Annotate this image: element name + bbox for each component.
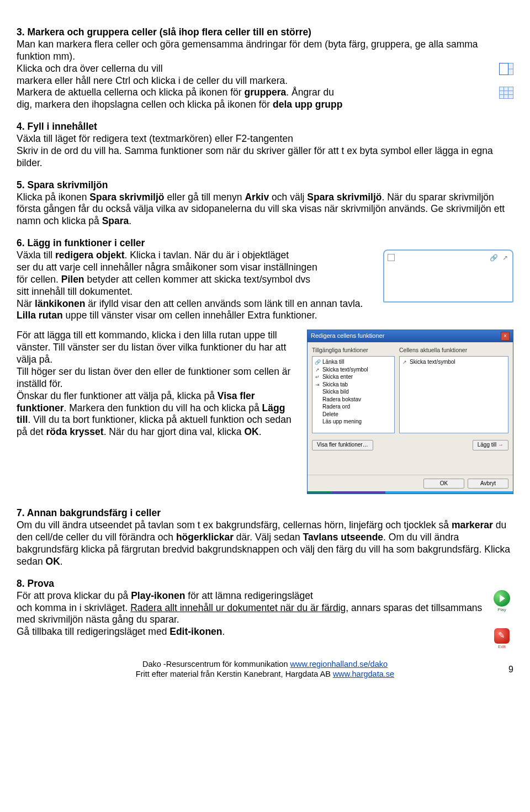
t: Länka till — [322, 358, 344, 366]
split-cells-icon — [499, 87, 513, 102]
sec3-p2c-b: gruppera — [244, 87, 286, 98]
heading-3: 3. Markera och gruppera celler (slå ihop… — [17, 26, 513, 39]
heading-8: 8. Prova — [17, 578, 513, 590]
send-arrow-icon: ↗ — [502, 254, 508, 262]
sec7-p1: Om du vill ändra utseendet på tavlan som… — [17, 519, 513, 568]
heading-6: 6. Lägg in funktioner i celler — [17, 237, 513, 250]
footer-link-1[interactable]: www.regionhalland.se/dako — [290, 660, 388, 668]
close-icon[interactable]: × — [501, 332, 510, 341]
t: röda krysset — [46, 426, 104, 437]
edit-icon-container — [486, 628, 513, 644]
sec3-p3: dig, markera den ihopslagna cellen och k… — [17, 99, 513, 111]
t: Tavlans utseende — [303, 532, 384, 543]
sec6-l6: Lilla rutan uppe till vänster visar om c… — [17, 310, 513, 322]
t: Om du vill ändra utseendet på tavlan som… — [17, 519, 452, 530]
page-footer: Dako -Resurscentrum för kommunikation ww… — [17, 659, 513, 679]
t: . — [129, 215, 131, 226]
list-item[interactable]: Skicka bild — [315, 388, 392, 396]
current-functions-label: Cellens aktuella funktioner — [399, 347, 508, 354]
t: där. Välj sedan — [234, 532, 303, 543]
t: . Klicka i tavlan. När du är i objektläg… — [125, 250, 289, 261]
heading-5: 5. Spara skrivmiljön — [17, 179, 513, 192]
t: Klicka på ikonen — [17, 192, 89, 203]
show-more-functions-button[interactable]: Visa fler funktioner… — [312, 440, 373, 450]
t: för cellen. — [17, 274, 61, 285]
t: . När du har gjort dina val, klicka — [104, 426, 245, 437]
t: Spara — [102, 215, 129, 226]
list-item[interactable]: ↗Skicka text/symbol — [402, 358, 506, 366]
sec3-p2b: markera eller håll nere Ctrl och klicka … — [17, 75, 513, 87]
list-item[interactable]: Radera ord — [315, 403, 392, 411]
sec6-l9: Önskar du fler funktioner att välja på, … — [17, 390, 301, 439]
cell-preview-image: 🔗 ↗ — [383, 250, 513, 302]
sec3-p3-pre: dig, markera den ihopslagna cellen och k… — [17, 99, 273, 110]
list-item[interactable]: Delete — [315, 411, 392, 418]
t: Skicka enter — [322, 373, 353, 381]
heading-4: 4. Fyll i innehållet — [17, 121, 513, 133]
sec8-l2: och komma in i skrivläget. Radera allt i… — [17, 602, 513, 627]
sec5-p1: Klicka på ikonen Spara skrivmiljö eller … — [17, 192, 513, 228]
list-item[interactable]: 🔗Länka till — [315, 358, 392, 366]
footer-link-2[interactable]: www.hargdata.se — [333, 670, 394, 678]
t: . — [259, 426, 262, 437]
list-item[interactable]: Radera bokstav — [315, 396, 392, 404]
t: och komma in i skrivläget. — [17, 602, 130, 613]
t: Lilla rutan — [17, 310, 63, 321]
dialog-titlebar: Redigera cellens funktioner × — [308, 330, 513, 342]
extra-functions-box-icon — [388, 254, 395, 261]
available-functions-list[interactable]: 🔗Länka till ↗Skicka text/symbol ↵Skicka … — [312, 356, 395, 433]
edit-icon — [494, 628, 510, 644]
cancel-button[interactable]: Avbryt — [468, 479, 508, 489]
edit-cell-functions-dialog: Redigera cellens funktioner × Tillgängli… — [307, 330, 513, 494]
section-8: 8. Prova För att prova klickar du på Pla… — [17, 578, 513, 644]
sec3-p1: Man kan markera flera celler och göra ge… — [17, 39, 513, 63]
section-4: 4. Fyll i innehållet Växla till läget fö… — [17, 121, 513, 169]
t: uppe till vänster visar om cellen innehå… — [63, 310, 317, 321]
sec8-l1: För att prova klickar du på Play-ikonen … — [17, 590, 513, 602]
heading-7: 7. Annan bakgrundsfärg i celler — [17, 507, 513, 519]
t: OK — [46, 556, 60, 567]
t: Spara skrivmiljö — [89, 192, 164, 203]
sec3-p3-b: dela upp grupp — [273, 99, 342, 110]
t: eller gå till menyn — [165, 192, 245, 203]
t: Spara skrivmiljö — [307, 192, 381, 203]
t: Pilen — [61, 274, 84, 285]
t: Arkiv — [245, 192, 269, 203]
list-item[interactable]: ⇥Skicka tab — [315, 381, 392, 389]
t: Skicka text/symbol — [322, 366, 368, 374]
sec3-p2c-post: . Ångrar du — [286, 87, 334, 98]
dialog-decorative-stripe — [308, 491, 513, 493]
t: och välj — [269, 192, 307, 203]
t: länkikonen — [35, 298, 85, 309]
section-6: 6. Lägg in funktioner i celler 🔗 ↗ Växla… — [17, 237, 513, 497]
available-functions-label: Tillgängliga funktioner — [312, 347, 395, 354]
sec3-p2-row: Klicka och dra över cellerna du vill — [17, 63, 513, 75]
t: För att prova klickar du på — [17, 590, 131, 601]
t: När — [17, 298, 35, 309]
t: Delete — [322, 411, 338, 418]
t: är ifylld visar den att cellen används s… — [85, 298, 363, 309]
list-item[interactable]: Läs upp mening — [315, 418, 392, 426]
t: Radera ord — [322, 403, 350, 411]
add-function-button[interactable]: Lägg till — [473, 440, 508, 450]
sec6-l7: För att lägga till ett kommando, klicka … — [17, 330, 301, 366]
section-5: 5. Spara skrivmiljön Klicka på ikonen Sp… — [17, 179, 513, 228]
sec8-l4: Gå tillbaka till redigeringsläget med Ed… — [17, 626, 513, 638]
list-item[interactable]: ↵Skicka enter — [315, 373, 392, 381]
sec3-p2c-row: Markera de aktuella cellerna och klicka … — [17, 87, 513, 99]
t: . Markera den funktion du vill ha och kl… — [64, 402, 262, 413]
t: högerklickar — [176, 532, 234, 543]
t: Edit-ikonen — [169, 626, 222, 637]
t: Radera bokstav — [322, 396, 361, 404]
list-item[interactable]: ↗Skicka text/symbol — [315, 366, 392, 374]
ok-button[interactable]: OK — [423, 479, 464, 489]
t: Play-ikonen — [131, 590, 185, 601]
footer-text: Dako -Resurscentrum för kommunikation — [142, 660, 290, 668]
svg-rect-4 — [500, 63, 508, 75]
current-functions-list[interactable]: ↗Skicka text/symbol — [399, 356, 508, 433]
t: redigera objekt — [55, 250, 124, 261]
sec3-p2a: Klicka och dra över cellerna du vill — [17, 63, 163, 74]
t: Skicka tab — [322, 381, 348, 389]
sec6-l8: Till höger ser du listan över den eller … — [17, 366, 301, 390]
t: . — [222, 626, 225, 637]
